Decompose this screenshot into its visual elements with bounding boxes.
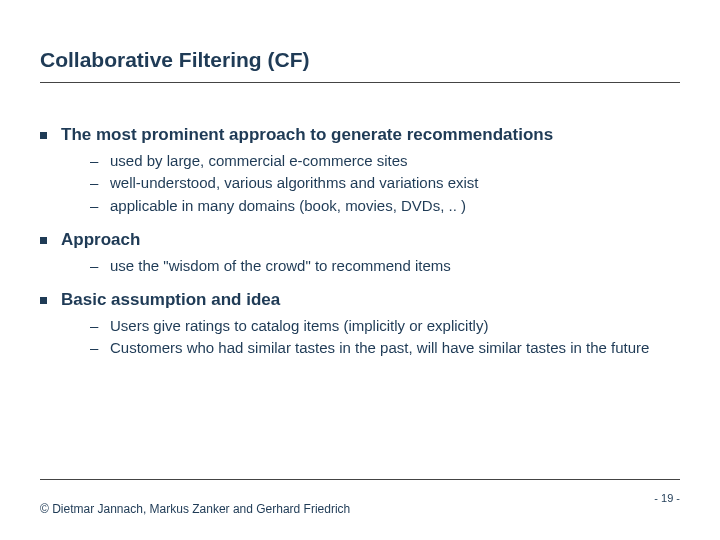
copyright: © Dietmar Jannach, Markus Zanker and Ger… bbox=[40, 502, 350, 516]
page-number: - 19 - bbox=[654, 492, 680, 504]
bullet-square-icon bbox=[40, 297, 47, 304]
section-1: Approach –use the "wisdom of the crowd" … bbox=[40, 230, 680, 276]
sublist: –used by large, commercial e-commerce si… bbox=[40, 151, 680, 216]
list-item-text: applicable in many domains (book, movies… bbox=[110, 196, 466, 216]
list-item: –applicable in many domains (book, movie… bbox=[90, 196, 680, 216]
list-item: –use the "wisdom of the crowd" to recomm… bbox=[90, 256, 680, 276]
footer-divider bbox=[40, 479, 680, 480]
list-item-text: used by large, commercial e-commerce sit… bbox=[110, 151, 408, 171]
slide: Collaborative Filtering (CF) The most pr… bbox=[0, 0, 720, 540]
list-item-text: use the "wisdom of the crowd" to recomme… bbox=[110, 256, 451, 276]
list-item: –Users give ratings to catalog items (im… bbox=[90, 316, 680, 336]
list-item-text: Customers who had similar tastes in the … bbox=[110, 338, 649, 358]
page-title: Collaborative Filtering (CF) bbox=[40, 48, 680, 83]
section-heading: Approach bbox=[40, 230, 680, 250]
list-item: –Customers who had similar tastes in the… bbox=[90, 338, 680, 358]
list-item: –used by large, commercial e-commerce si… bbox=[90, 151, 680, 171]
list-item-text: Users give ratings to catalog items (imp… bbox=[110, 316, 488, 336]
section-heading-text: Basic assumption and idea bbox=[61, 290, 280, 310]
dash-icon: – bbox=[90, 196, 104, 216]
section-heading: The most prominent approach to generate … bbox=[40, 125, 680, 145]
sublist: –Users give ratings to catalog items (im… bbox=[40, 316, 680, 359]
bullet-square-icon bbox=[40, 237, 47, 244]
dash-icon: – bbox=[90, 338, 104, 358]
bullet-square-icon bbox=[40, 132, 47, 139]
dash-icon: – bbox=[90, 316, 104, 336]
list-item: –well-understood, various algorithms and… bbox=[90, 173, 680, 193]
dash-icon: – bbox=[90, 151, 104, 171]
dash-icon: – bbox=[90, 173, 104, 193]
section-heading: Basic assumption and idea bbox=[40, 290, 680, 310]
section-heading-text: The most prominent approach to generate … bbox=[61, 125, 553, 145]
dash-icon: – bbox=[90, 256, 104, 276]
sublist: –use the "wisdom of the crowd" to recomm… bbox=[40, 256, 680, 276]
list-item-text: well-understood, various algorithms and … bbox=[110, 173, 479, 193]
section-0: The most prominent approach to generate … bbox=[40, 125, 680, 216]
section-2: Basic assumption and idea –Users give ra… bbox=[40, 290, 680, 359]
section-heading-text: Approach bbox=[61, 230, 140, 250]
